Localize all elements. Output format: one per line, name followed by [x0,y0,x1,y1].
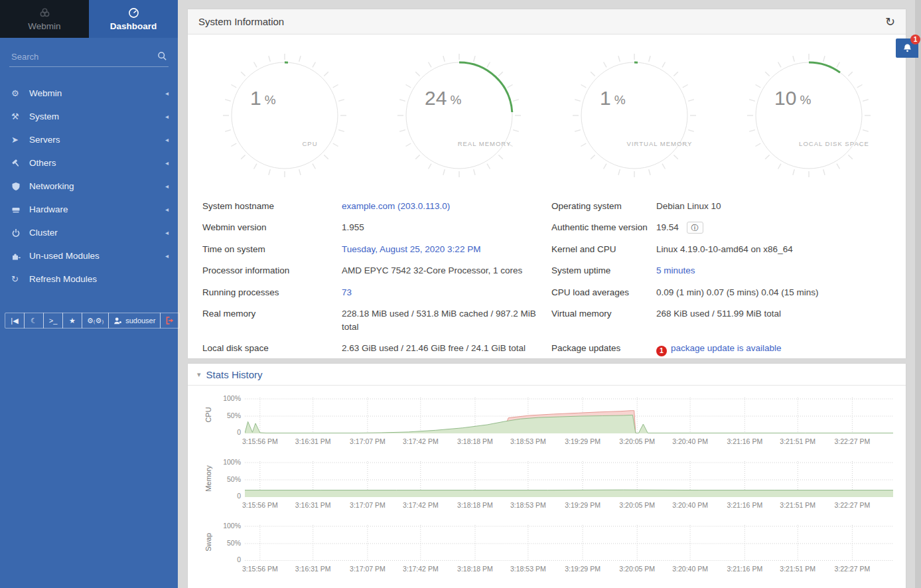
sidebar-item-label: Webmin [29,88,62,98]
search-icon[interactable] [157,51,167,61]
sidebar-item-webmin[interactable]: ⚙ Webmin ◂ [0,82,178,105]
sidebar-item-label: Refresh Modules [29,274,97,284]
night-mode-button[interactable]: ☾ [24,313,44,329]
package-count-badge: 1 [656,346,667,356]
uptime-link[interactable]: 5 minutes [656,265,695,275]
sidebar-item-servers[interactable]: ➤ Servers ◂ [0,128,178,151]
favorites-button[interactable]: ★ [62,313,82,329]
x-tick-label: 3:19:29 PM [565,437,601,445]
chart-plot-area [245,460,893,497]
search-input[interactable] [9,47,169,66]
collapse-caret-icon[interactable]: ▾ [197,371,201,378]
tab-dashboard[interactable]: Dashboard [89,0,178,38]
x-axis-labels: 3:15:56 PM3:16:31 PM3:17:07 PM3:17:42 PM… [245,563,893,574]
dashboard-gauge-icon [128,7,139,19]
page-title: System Information [198,16,284,27]
package-updates-link[interactable]: package update is available [671,343,782,353]
x-tick-label: 3:15:56 PM [242,565,278,573]
tab-dashboard-label: Dashboard [110,21,157,31]
logout-icon [165,316,175,325]
y-tick-label: 100% [223,394,241,402]
sidebar-item-unused-modules[interactable]: Un-used Modules ◂ [0,244,178,267]
info-label: Package updates [551,338,656,358]
notifications-toggle[interactable]: 1 [896,38,918,58]
sidebar-item-others[interactable]: Others ◂ [0,151,178,175]
terminal-button[interactable]: >_ [43,313,63,329]
x-tick-label: 3:16:31 PM [295,565,331,573]
gauge-local-disk-space: 10%LOCAL DISK SPACE [736,50,882,182]
y-tick-label: 50% [227,539,241,547]
info-label: Real memory [202,303,342,338]
uptime-value: 5 minutes [656,260,892,282]
hostname-link[interactable]: example.com (203.0.113.0) [342,201,450,211]
gears-icon: ⚙₍⚙₎ [87,317,104,325]
theme-info-button[interactable]: ⓘ [687,222,703,234]
x-tick-label: 3:18:53 PM [510,565,546,573]
sidebar-item-system[interactable]: ⚒ System ◂ [0,105,178,128]
x-tick-label: 3:19:29 PM [565,501,601,509]
info-icon: ⓘ [691,224,699,232]
svg-text:CPU: CPU [302,140,317,147]
table-row: Running processes 73 CPU load averages 0… [202,281,892,303]
username-label: sudouser [125,317,155,325]
y-tick-label: 0 [237,555,241,563]
x-tick-label: 3:21:51 PM [780,437,815,445]
sidebar-tabs: Webmin Dashboard [0,0,178,38]
tab-webmin[interactable]: Webmin [0,0,89,38]
svg-text:REAL MEMORY: REAL MEMORY [458,140,512,147]
x-tick-label: 3:21:51 PM [780,565,815,573]
info-label: Operating system [551,195,656,217]
collapse-sidebar-button[interactable]: |◀ [5,313,25,329]
svg-text:10%: 10% [774,87,811,109]
processor-value: AMD EPYC 7542 32-Core Processor, 1 cores [342,260,551,282]
x-tick-label: 3:21:16 PM [727,437,762,445]
table-row: Local disk space 2.63 GiB used / 21.46 G… [202,338,892,358]
chevron-left-icon: ◂ [165,113,169,120]
puzzle-icon [11,252,29,261]
user-button[interactable]: sudouser [108,313,161,329]
processes-link[interactable]: 73 [342,287,352,297]
sidebar-item-cluster[interactable]: Cluster ◂ [0,221,178,244]
info-label: Kernel and CPU [551,238,656,260]
time-link[interactable]: Tuesday, August 25, 2020 3:22 PM [342,244,480,254]
x-tick-label: 3:17:42 PM [403,437,439,445]
svg-text:LOCAL DISK SPACE: LOCAL DISK SPACE [799,140,869,147]
sidebar-item-label: Cluster [29,228,58,238]
x-tick-label: 3:20:40 PM [672,437,708,445]
x-tick-label: 3:15:56 PM [242,501,278,509]
info-label: System hostname [202,195,342,217]
system-information-header: System Information ↻ [188,9,906,35]
moon-icon: ☾ [31,317,37,325]
system-info-table: System hostname example.com (203.0.113.0… [202,195,892,358]
x-tick-label: 3:18:53 PM [510,437,546,445]
chevron-left-icon: ◂ [165,183,169,190]
harddrive-icon [11,205,29,214]
x-tick-label: 3:20:05 PM [619,437,655,445]
theme-settings-button[interactable]: ⚙₍⚙₎ [82,313,109,329]
svg-text:1%: 1% [250,87,276,109]
sidebar-item-label: Hardware [29,204,68,214]
x-tick-label: 3:18:18 PM [457,501,493,509]
y-tick-label: 50% [227,475,241,483]
y-tick-label: 0 [237,492,241,500]
gear-icon: ⚙ [11,89,29,98]
chevron-left-icon: ◂ [165,136,169,143]
sidebar-item-refresh-modules[interactable]: ↻ Refresh Modules [0,267,178,291]
logout-button[interactable] [160,313,180,329]
sidebar-item-label: Others [29,158,56,168]
paper-plane-icon: ➤ [11,135,29,144]
sidebar-item-networking[interactable]: Networking ◂ [0,175,178,198]
x-tick-label: 3:22:27 PM [835,501,871,509]
y-tick-label: 50% [227,411,241,419]
info-label: Running processes [202,281,342,303]
stats-history-header[interactable]: ▾ Stats History [188,364,906,386]
info-label: Virtual memory [551,303,656,338]
kernel-value: Linux 4.19.0-10-amd64 on x86_64 [656,238,892,260]
vertical-scrollbar[interactable] [915,0,921,588]
gauges-row: 1%CPU24%REAL MEMORY1%VIRTUAL MEMORY10%LO… [188,35,906,182]
sidebar-item-hardware[interactable]: Hardware ◂ [0,198,178,221]
refresh-page-icon[interactable]: ↻ [885,16,895,28]
x-tick-label: 3:20:05 PM [619,501,655,509]
stats-history-panel: ▾ Stats History CPU100%50%03:15:56 PM3:1… [188,364,906,588]
info-label: CPU load averages [551,281,656,303]
